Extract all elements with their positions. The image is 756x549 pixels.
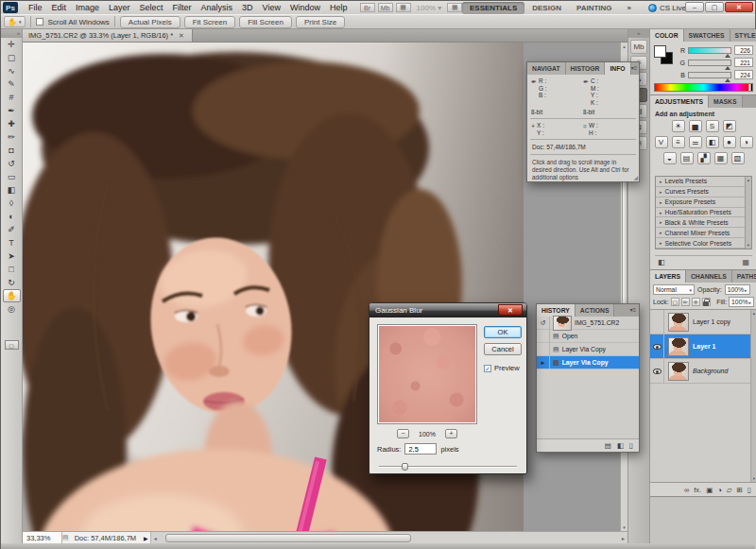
dock-icon-mini-bridge[interactable]: Mb — [630, 40, 647, 54]
preset-row[interactable]: ▸Exposure Presets — [656, 197, 745, 208]
tab-masks[interactable]: MASKS — [709, 95, 743, 108]
disclosure-triangle-icon[interactable]: ▸ — [660, 240, 662, 246]
menu-item[interactable]: Edit — [47, 3, 72, 12]
history-brush-well[interactable]: ▸ — [537, 356, 550, 369]
tool-move[interactable]: ✛ — [3, 38, 21, 51]
bit-depth[interactable]: 8-bit — [531, 109, 542, 115]
status-zoom-field[interactable]: 33,33% — [23, 532, 62, 544]
dialog-close-button[interactable]: ✕ — [498, 304, 523, 316]
layer-thumbnail[interactable] — [668, 313, 689, 332]
layer-visibility-toggle[interactable] — [650, 335, 664, 359]
scroll-up-icon[interactable]: ▴ — [623, 43, 626, 50]
layer-row[interactable]: Background — [650, 359, 756, 384]
preset-row[interactable]: ▸Levels Presets — [656, 177, 745, 187]
new-group-icon[interactable]: ▱ — [727, 486, 732, 494]
tool-quick-selection[interactable]: ✎ — [3, 77, 21, 91]
adjustment-icon-posterize[interactable]: ▤ — [680, 152, 694, 164]
tool-pen[interactable]: ✐ — [3, 223, 21, 236]
close-button[interactable]: ✕ — [725, 2, 753, 12]
menu-item[interactable]: Filter — [168, 3, 197, 12]
tab-navigator[interactable]: NAVIGAT — [527, 62, 566, 75]
tab-histogram[interactable]: HISTOGR — [566, 62, 606, 75]
workspace-overflow-button[interactable]: » — [620, 2, 639, 14]
tool-gradient[interactable]: ◧ — [3, 183, 21, 197]
maximize-button[interactable]: ▢ — [705, 2, 724, 12]
history-brush-well[interactable] — [537, 330, 550, 342]
adjustment-icon-vibrance[interactable]: V — [655, 136, 668, 148]
tool-eraser[interactable]: ▭ — [3, 170, 21, 183]
tools-collapse-button[interactable]: » — [1, 29, 22, 38]
scroll-left-icon[interactable]: ◂ — [151, 535, 160, 541]
disclosure-triangle-icon[interactable]: ▸ — [660, 179, 662, 184]
adjustment-icon-color-balance[interactable]: ⚌ — [689, 136, 702, 148]
tool-type[interactable]: T — [3, 236, 21, 249]
tool-eyedropper[interactable]: ✒ — [3, 104, 21, 117]
workspace-tab-essentials[interactable]: ESSENTIALS — [462, 2, 524, 14]
channel-slider[interactable] — [688, 72, 731, 78]
panel-color-swatches[interactable] — [654, 45, 673, 64]
menu-item[interactable]: Select — [135, 3, 168, 12]
menu-item[interactable]: Help — [325, 3, 352, 12]
radius-slider[interactable] — [379, 463, 517, 471]
preset-row[interactable]: ▸Channel Mixer Presets — [656, 228, 745, 238]
tool-history-brush[interactable]: ↺ — [3, 157, 21, 170]
tool-brush[interactable]: ✏ — [3, 130, 21, 144]
adjustment-icon-channel-mixer[interactable]: ◑ — [740, 136, 753, 148]
menu-item[interactable]: Analysis — [197, 3, 238, 12]
tab-paths[interactable]: PATHS — [732, 270, 756, 283]
history-state-row[interactable]: ▤ Layer Via Copy — [537, 343, 639, 356]
panel-menu-icon[interactable]: ▾≡ — [631, 62, 641, 75]
layer-thumbnail[interactable] — [668, 362, 689, 381]
slider-thumb-icon[interactable] — [725, 78, 730, 82]
bit-depth[interactable]: 8-bit — [583, 109, 594, 115]
delete-state-icon[interactable]: ▯ — [629, 441, 633, 450]
horizontal-scroll-thumb[interactable] — [165, 534, 411, 542]
workspace-tab-painting[interactable]: PAINTING — [569, 2, 620, 14]
current-tool-dropdown[interactable]: ✋ ▾ — [4, 16, 26, 27]
lock-all-icon[interactable] — [702, 298, 711, 306]
menu-item[interactable]: File — [24, 3, 47, 12]
adjustment-icon-photo-filter[interactable]: ● — [723, 136, 736, 148]
switch-panel-view-icon[interactable]: ▦ — [742, 258, 749, 266]
lock-pixels-icon[interactable]: ✏ — [681, 298, 690, 306]
document-close-icon[interactable]: ✕ — [177, 31, 186, 41]
tool-hand[interactable]: ✋ — [3, 289, 21, 302]
ok-button[interactable]: OK — [484, 326, 522, 338]
options-button-print-size[interactable]: Print Size — [296, 16, 345, 28]
menu-item[interactable]: 3D — [237, 3, 258, 12]
channel-slider[interactable] — [688, 47, 731, 54]
tool-zoom[interactable]: ◎ — [3, 302, 21, 316]
launch-mini-bridge-icon[interactable]: Mb — [378, 3, 393, 12]
channel-value[interactable]: 224 — [734, 70, 753, 79]
return-to-adjustment-list-icon[interactable]: ◧ — [658, 258, 665, 266]
options-button-fit-screen[interactable]: Fit Screen — [184, 16, 235, 28]
lock-transparency-icon[interactable]: ▢ — [671, 298, 679, 306]
scroll-all-windows-checkbox[interactable] — [36, 18, 43, 26]
panel-foreground-swatch[interactable] — [654, 45, 666, 58]
channel-value[interactable]: 221 — [734, 58, 753, 67]
blend-mode-select[interactable]: Normal▾ — [653, 284, 695, 295]
menu-item[interactable]: Image — [71, 3, 104, 12]
tool-clone-stamp[interactable]: ◘ — [3, 144, 21, 157]
tab-layers[interactable]: LAYERS — [650, 270, 686, 283]
layer-row[interactable]: Layer 1 copy — [650, 310, 756, 335]
document-tab[interactable]: IMG_5751.CR2 @ 33.3% (Layer 1, RGB/16) *… — [23, 29, 193, 42]
slider-thumb[interactable] — [402, 463, 408, 471]
tab-styles[interactable]: STYLES — [730, 29, 756, 42]
tool-marquee[interactable]: ▢ — [3, 51, 21, 64]
zoom-out-button[interactable]: − — [397, 429, 409, 438]
tool-lasso[interactable]: ∿ — [3, 64, 21, 77]
layer-row[interactable]: Layer 1 — [650, 335, 756, 359]
dialog-title-bar[interactable]: Gaussian Blur ✕ — [369, 303, 526, 317]
tab-color[interactable]: COLOR — [650, 29, 684, 42]
tool-3d-rotate[interactable]: ↻ — [3, 276, 21, 289]
channel-value[interactable]: 226 — [734, 45, 753, 55]
new-document-from-state-icon[interactable]: ▤ — [605, 441, 611, 450]
horizontal-scrollbar[interactable]: ◂ ▸ — [150, 532, 627, 544]
adjustment-icon-threshold[interactable]: ▞ — [697, 152, 711, 164]
history-state-row[interactable]: ↺ IMG_5751.CR2 — [537, 317, 639, 330]
add-layer-mask-icon[interactable]: ▣ — [706, 486, 713, 494]
disclosure-triangle-icon[interactable]: ▸ — [660, 219, 662, 225]
adjustment-icon-brightness-contrast[interactable]: ☀ — [672, 120, 685, 132]
resize-grip-icon[interactable]: ◢ — [633, 174, 638, 180]
